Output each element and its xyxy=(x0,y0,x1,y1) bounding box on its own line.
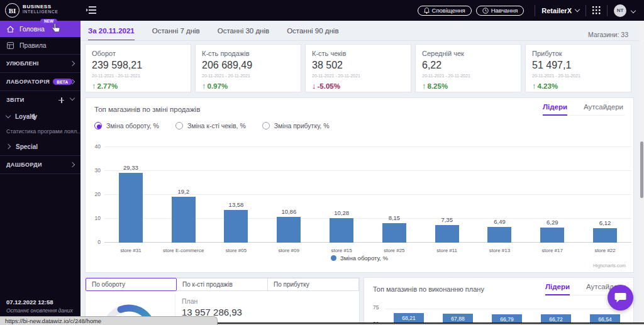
divider xyxy=(0,155,80,156)
add-loyalty-icon[interactable] xyxy=(31,114,36,119)
tab-period-day[interactable]: За 20.11.2021 xyxy=(88,27,135,41)
bar-column[interactable]: 13,58store #05 xyxy=(210,146,263,243)
sidebar-section-reports[interactable]: ЗВІТИ xyxy=(0,92,80,108)
bar-x-label: store #13 xyxy=(474,248,526,253)
kpi-card-avg-receipt[interactable]: Середній чек 6,22 20-11-2021 - 20-11-202… xyxy=(415,44,521,92)
radio-profit-change[interactable]: Зміна прибутку, % xyxy=(262,122,330,129)
chevron-right-icon xyxy=(70,162,75,167)
add-report-icon[interactable] xyxy=(58,97,64,103)
training-button[interactable]: Навчання xyxy=(476,6,525,16)
arrow-up-icon: ↑ xyxy=(92,81,96,91)
kpi-value: 206 689,49 xyxy=(202,60,294,71)
bar-value-label: 6,49 xyxy=(494,218,506,225)
bar[interactable]: 67,88 xyxy=(443,314,473,323)
bar-column[interactable]: 7,35store #11 xyxy=(421,146,474,243)
sidebar-item-loyalty-stats[interactable]: Статистика програми лоял... xyxy=(0,124,80,138)
org-switcher[interactable]: RetailerX xyxy=(541,7,579,14)
kpi-delta: ↑4.23% xyxy=(532,81,625,91)
bar[interactable] xyxy=(224,210,248,243)
kpi-date-range: 20-11-2021 - 20-11-2021 xyxy=(312,74,404,78)
kpi-date-range: 20-11-2021 - 20-11-2021 xyxy=(532,74,625,78)
bar[interactable]: 66,54 xyxy=(590,314,620,323)
bar-x-label: store #11 xyxy=(421,248,474,253)
notifications-button[interactable]: Сповіщення xyxy=(418,6,472,16)
logo-line1: BUSINESS xyxy=(23,4,58,9)
vertical-scrollbar[interactable] xyxy=(640,21,644,322)
kpi-card-receipts-qty[interactable]: К-сть чеків 38 502 20-11-2021 - 20-11-20… xyxy=(305,44,411,92)
apps-grid-icon[interactable] xyxy=(592,6,601,14)
bar[interactable]: 66,79 xyxy=(492,314,522,323)
bar-x-label: store #17 xyxy=(526,248,579,253)
bar-column[interactable]: 19,2store E-commerce xyxy=(157,146,210,243)
tab-period-90d[interactable]: Останні 90 днів xyxy=(287,27,338,41)
bar-column[interactable]: 6,29store #17 xyxy=(526,146,579,243)
scrollbar-thumb[interactable] xyxy=(640,141,643,198)
bar-column[interactable]: 6,12store #22 xyxy=(579,146,631,243)
highcharts-credit[interactable]: Highcharts.com xyxy=(593,263,626,268)
tab-leaders[interactable]: Лідери xyxy=(543,103,567,116)
radio-turnover-change[interactable]: Зміна обороту, % xyxy=(94,122,159,129)
bar[interactable] xyxy=(487,227,511,243)
last-update-caption: Останнє оновлення даних xyxy=(6,307,73,314)
sidebar-section-laboratory[interactable]: ЛАБОРАТОРІЯ BETA xyxy=(0,74,80,90)
bar[interactable] xyxy=(540,228,564,243)
bar[interactable]: 68,21 xyxy=(394,313,424,323)
kpi-delta: ↑0.97% xyxy=(202,81,294,91)
sidebar-item-rules[interactable]: Правила xyxy=(0,37,80,53)
logo-monogram: BI xyxy=(5,3,19,18)
chat-icon xyxy=(614,292,626,303)
tab-by-profit[interactable]: По прибутку xyxy=(268,278,359,291)
bar[interactable]: 66,72 xyxy=(541,314,571,323)
bar-x-label: store #31 xyxy=(104,248,157,253)
bar-column[interactable]: 10,28store #15 xyxy=(315,146,368,243)
bar-x-label: store #22 xyxy=(579,248,631,253)
arrow-down-icon: ↓ xyxy=(312,81,316,91)
avatar-initials: NT xyxy=(617,8,624,13)
bar[interactable] xyxy=(172,197,196,243)
bar-column[interactable]: 29,33store #31 xyxy=(104,146,157,243)
bar[interactable] xyxy=(593,228,617,243)
radio-receipts-change[interactable]: Зміна к-сті чеків, % xyxy=(175,122,246,129)
account-chevron-down-icon[interactable] xyxy=(631,8,636,13)
radio-label: Зміна прибутку, % xyxy=(274,122,330,129)
bar-value-label: 67,88 xyxy=(443,316,473,322)
sidebar-item-loyalty[interactable]: Loyalty xyxy=(0,108,80,124)
bar-column[interactable]: 8,15store #25 xyxy=(368,146,421,243)
tab-outsiders[interactable]: Аутсайдери xyxy=(584,103,623,115)
chat-widget-button[interactable] xyxy=(608,285,633,311)
rules-icon xyxy=(6,41,14,50)
sidebar-item-special[interactable]: Special xyxy=(0,138,80,155)
bar[interactable] xyxy=(330,218,353,243)
bar-value-label: 6,29 xyxy=(547,219,558,226)
sidebar-section-favorites[interactable]: УЛЮБЛЕНІ xyxy=(0,55,80,72)
avatar[interactable]: NT xyxy=(614,4,626,17)
kpi-card-profit[interactable]: Прибуток 51 497,1 20-11-2021 - 20-11-202… xyxy=(525,44,631,92)
divider xyxy=(80,40,640,41)
kpi-card-sales-qty[interactable]: К-сть продажів 206 689,49 20-11-2021 - 2… xyxy=(195,44,301,92)
app-logo[interactable]: BI BUSINESS INTELLIGENCE NEW xyxy=(5,2,58,25)
sidebar-section-dashboards[interactable]: ДАШБОРДИ xyxy=(0,157,80,173)
tab-by-turnover[interactable]: По обороту xyxy=(86,278,177,291)
tab-period-7d[interactable]: Останні 7 днів xyxy=(152,27,200,41)
bar[interactable] xyxy=(119,173,143,243)
kpi-card-turnover[interactable]: Оборот 239 598,21 20-11-2021 - 20-11-202… xyxy=(85,44,191,92)
tab-by-sales-qty[interactable]: По к-сті продажів xyxy=(177,278,268,291)
bar[interactable] xyxy=(435,225,459,243)
bar-value-label: 13,58 xyxy=(229,201,244,208)
chevron-down-icon xyxy=(575,7,580,12)
kpi-delta-value: 8.25% xyxy=(428,82,448,90)
section-label: ДАШБОРДИ xyxy=(6,162,42,168)
new-badge: NEW xyxy=(40,19,57,25)
bar-x-label: store #09 xyxy=(262,248,315,253)
bar[interactable] xyxy=(277,217,301,243)
sidebar-collapse-icon[interactable] xyxy=(86,6,97,15)
chart-legend[interactable]: Зміна обороту, % xyxy=(86,255,633,262)
kpi-value: 239 598,21 xyxy=(92,60,184,71)
bar-column[interactable]: 6,49store #13 xyxy=(474,146,526,243)
bar[interactable] xyxy=(382,223,406,243)
home-icon xyxy=(6,25,14,33)
tab-period-30d[interactable]: Останні 30 днів xyxy=(218,27,269,41)
bar-column[interactable]: 10,86store #09 xyxy=(262,146,315,243)
kpi-title: Оборот xyxy=(92,50,184,57)
plan-top-panel: Топ магазинів по виконанню плану Лідери … xyxy=(364,277,634,323)
